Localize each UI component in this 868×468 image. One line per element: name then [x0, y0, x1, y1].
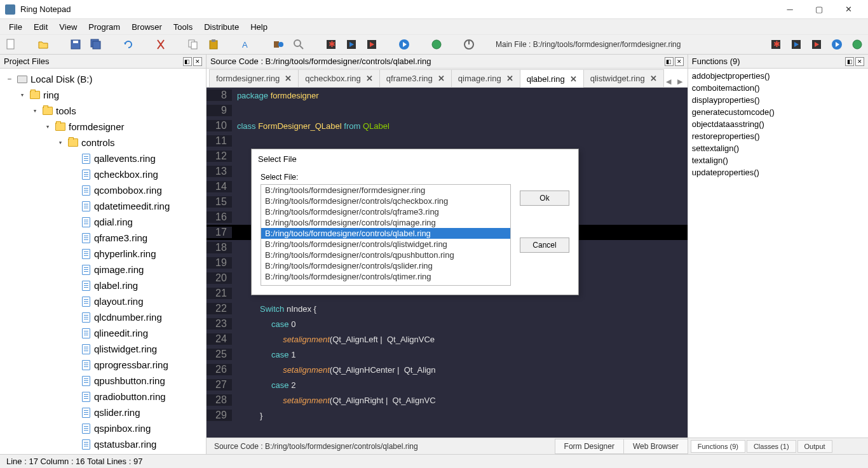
func-float-icon[interactable]: ◧ — [845, 57, 854, 66]
minimize-button[interactable]: ─ — [775, 0, 804, 19]
code-line[interactable]: 29 } — [207, 408, 688, 423]
project-tree[interactable]: −Local Disk (B:)▾ring▾tools▾formdesigner… — [0, 69, 206, 454]
tab-close-icon[interactable]: ✕ — [506, 74, 513, 83]
bookmark-icon[interactable] — [273, 39, 284, 50]
tree-item[interactable]: qcheckbox.ring — [0, 166, 206, 182]
menu-edit[interactable]: Edit — [29, 21, 53, 33]
tree-item[interactable]: qlcdnumber.ring — [0, 309, 206, 325]
undo-icon[interactable] — [123, 39, 134, 50]
dialog-list-item[interactable]: B:/ring/tools/formdesigner/formdesigner.… — [261, 185, 510, 196]
cut-icon[interactable] — [155, 39, 166, 50]
code-line[interactable]: 8package formdesigner — [207, 88, 688, 103]
save-all-icon[interactable] — [90, 39, 102, 50]
editor-tab[interactable]: qlistwidget.ring✕ — [583, 69, 664, 87]
menu-file[interactable]: File — [4, 21, 27, 33]
font-icon[interactable]: A — [240, 39, 252, 50]
code-line[interactable]: 24 setalignment(Qt_AlignLeft | Qt_AlignV… — [207, 331, 688, 347]
paste-icon[interactable] — [208, 39, 219, 50]
code-line[interactable]: 11 — [207, 133, 688, 149]
editor-tab[interactable]: qimage.ring✕ — [451, 69, 520, 87]
tree-item[interactable]: qframe3.ring — [0, 230, 206, 246]
tree-item[interactable]: qlineedit.ring — [0, 325, 206, 341]
web-icon[interactable] — [431, 39, 442, 50]
run-icon[interactable] — [398, 39, 410, 50]
maximize-button[interactable]: ▢ — [804, 0, 834, 19]
tree-item[interactable]: qimage.ring — [0, 262, 206, 277]
tab-close-icon[interactable]: ✕ — [285, 74, 292, 83]
close-button[interactable]: ✕ — [834, 0, 863, 19]
function-item[interactable]: displayproperties() — [691, 94, 865, 106]
tree-item[interactable]: −Local Disk (B:) — [0, 71, 206, 87]
new-file-icon[interactable] — [5, 39, 17, 50]
function-item[interactable]: updateproperties() — [691, 166, 865, 178]
editor-tab[interactable]: qcheckbox.ring✕ — [298, 69, 379, 87]
function-item[interactable]: textalign() — [691, 154, 865, 166]
tree-item[interactable]: qcombobox.ring — [0, 182, 206, 198]
save-icon[interactable] — [70, 39, 81, 50]
tb-right-web-icon[interactable] — [851, 39, 863, 50]
tree-item[interactable]: ▾formdesigner — [0, 119, 206, 135]
tabs-scroll-left-icon[interactable]: ◀ — [663, 76, 674, 87]
menu-program[interactable]: Program — [83, 21, 125, 33]
tb-right-1-icon[interactable]: ✱ — [770, 39, 782, 50]
function-item[interactable]: restoreproperties() — [691, 130, 865, 142]
dialog-list-item[interactable]: B:/ring/tools/formdesigner/controls/qche… — [261, 196, 510, 206]
right-tab[interactable]: Classes (1) — [747, 440, 796, 453]
right-tab[interactable]: Output — [797, 440, 832, 453]
tree-item[interactable]: qlistwidget.ring — [0, 341, 206, 357]
dialog-list-item[interactable]: B:/ring/tools/formdesigner/controls/qtim… — [261, 271, 510, 282]
debug-icon[interactable]: ✱ — [325, 39, 337, 50]
tb-right-2-icon[interactable] — [790, 39, 802, 50]
menu-help[interactable]: Help — [245, 21, 273, 33]
cancel-button[interactable]: Cancel — [520, 237, 569, 253]
tree-item[interactable]: qradiobutton.ring — [0, 389, 206, 404]
tree-item[interactable]: qspinbox.ring — [0, 420, 206, 436]
code-line[interactable]: 23 case 0 — [207, 316, 688, 331]
dialog-list-item[interactable]: B:/ring/tools/formdesigner/controls/qpus… — [261, 250, 510, 260]
dialog-list-item[interactable]: B:/ring/tools/formdesigner/controls/qlis… — [261, 239, 510, 250]
panel-close-icon[interactable]: ✕ — [193, 57, 202, 66]
tree-item[interactable]: ▾ring — [0, 87, 206, 103]
tree-item[interactable]: qprogressbar.ring — [0, 357, 206, 373]
dialog-list-item[interactable]: B:/ring/tools/formdesigner/controls/qima… — [261, 217, 510, 228]
editor-tab[interactable]: qlabel.ring✕ — [520, 69, 584, 88]
tree-item[interactable]: qslider.ring — [0, 404, 206, 420]
tree-item[interactable]: qhyperlink.ring — [0, 246, 206, 262]
right-tab[interactable]: Functions (9) — [691, 440, 745, 453]
editor-tab[interactable]: qframe3.ring✕ — [379, 69, 452, 87]
code-line[interactable]: 10class FormDesigner_QLabel from QLabel — [207, 118, 688, 133]
tab-close-icon[interactable]: ✕ — [438, 74, 445, 83]
menu-view[interactable]: View — [54, 21, 82, 33]
function-item[interactable]: generatecustomcode() — [691, 106, 865, 118]
tree-item[interactable]: ▾controls — [0, 135, 206, 150]
editor-tab[interactable]: formdesigner.ring✕ — [209, 69, 299, 87]
form-designer-tab[interactable]: Form Designer — [555, 439, 624, 454]
tree-item[interactable]: ▾tools — [0, 103, 206, 119]
tab-close-icon[interactable]: ✕ — [570, 74, 577, 84]
code-line[interactable]: 28 setalignment(Qt_AlignRight | Qt_Align… — [207, 392, 688, 408]
tree-item[interactable]: qlayout.ring — [0, 293, 206, 309]
code-line[interactable]: 25 case 1 — [207, 347, 688, 362]
code-line[interactable]: 27 case 2 — [207, 377, 688, 392]
code-line[interactable]: 26 setalignment(Qt_AlignHCenter | Qt_Ali… — [207, 362, 688, 377]
tree-item[interactable]: qdatetimeedit.ring — [0, 198, 206, 214]
tb-right-run-icon[interactable] — [831, 39, 843, 50]
function-item[interactable]: objectdataasstring() — [691, 118, 865, 130]
editor-close-icon[interactable]: ✕ — [675, 57, 684, 66]
run-dark-icon[interactable] — [346, 39, 357, 50]
ok-button[interactable]: Ok — [520, 191, 569, 206]
code-line[interactable]: 22 Switch nIndex { — [207, 301, 688, 316]
menu-distribute[interactable]: Distribute — [199, 21, 244, 33]
menu-browser[interactable]: Browser — [126, 21, 167, 33]
power-icon[interactable] — [463, 39, 475, 50]
tb-right-3-icon[interactable] — [811, 39, 822, 50]
tabs-scroll-right-icon[interactable]: ▶ — [675, 76, 685, 87]
func-close-icon[interactable]: ✕ — [855, 57, 864, 66]
editor-float-icon[interactable]: ◧ — [665, 57, 674, 66]
run-gui-icon[interactable] — [366, 39, 377, 50]
tab-close-icon[interactable]: ✕ — [650, 74, 657, 83]
tree-item[interactable]: qpushbutton.ring — [0, 373, 206, 389]
tree-item[interactable]: qallevents.ring — [0, 150, 206, 166]
dialog-list-item[interactable]: B:/ring/tools/formdesigner/controls/qlab… — [261, 228, 510, 239]
tab-close-icon[interactable]: ✕ — [366, 74, 373, 83]
